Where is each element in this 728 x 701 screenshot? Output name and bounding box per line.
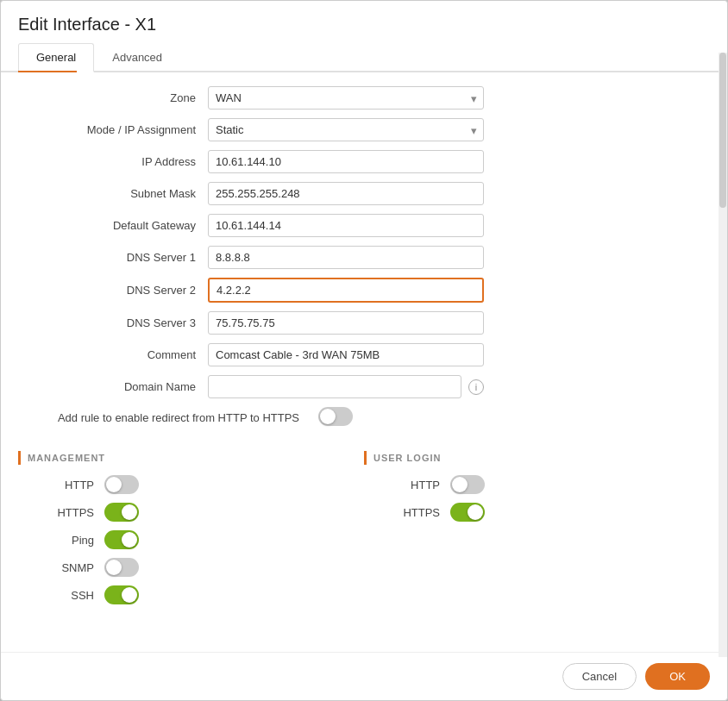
dns2-input[interactable] bbox=[208, 278, 484, 303]
management-toggles: HTTP HTTPS bbox=[18, 475, 364, 604]
http-redirect-toggle[interactable] bbox=[318, 407, 353, 426]
mgmt-http-label: HTTP bbox=[44, 479, 104, 491]
mgmt-ssh-label: SSH bbox=[44, 589, 104, 602]
dns2-label: DNS Server 2 bbox=[18, 284, 208, 297]
ul-https-label: HTTPS bbox=[390, 506, 450, 519]
dns3-label: DNS Server 3 bbox=[18, 316, 208, 329]
management-section-bar bbox=[18, 451, 21, 465]
cancel-button[interactable]: Cancel bbox=[562, 663, 637, 690]
comment-row: Comment bbox=[18, 343, 710, 366]
domain-name-label: Domain Name bbox=[18, 380, 208, 393]
mgmt-ping-toggle[interactable] bbox=[104, 530, 139, 549]
dns1-input[interactable] bbox=[208, 246, 484, 269]
dns3-row: DNS Server 3 bbox=[18, 311, 710, 335]
form-content: Zone WAN LAN DMZ ▾ Mode / IP Assignment bbox=[1, 72, 727, 652]
http-redirect-label: Add rule to enable redirect from HTTP to… bbox=[18, 411, 311, 424]
ul-https-toggle[interactable] bbox=[450, 503, 485, 522]
domain-name-field-wrapper: i bbox=[208, 375, 484, 398]
mgmt-https-toggle[interactable] bbox=[104, 503, 139, 522]
ok-button[interactable]: OK bbox=[645, 663, 710, 690]
zone-select-wrapper: WAN LAN DMZ ▾ bbox=[208, 86, 484, 110]
user-login-section-bar bbox=[364, 451, 367, 465]
edit-interface-dialog: Edit Interface - X1 General Advanced Zon… bbox=[0, 0, 728, 701]
gateway-row: Default Gateway bbox=[18, 214, 710, 237]
http-redirect-row: Add rule to enable redirect from HTTP to… bbox=[18, 407, 710, 429]
mgmt-http-slider bbox=[104, 475, 139, 494]
tab-advanced[interactable]: Advanced bbox=[94, 43, 180, 72]
mode-select-wrapper: Static DHCP PPPoE ▾ bbox=[208, 118, 484, 141]
subnet-mask-field-wrapper bbox=[208, 182, 484, 205]
mode-label: Mode / IP Assignment bbox=[18, 123, 208, 136]
mgmt-ping-label: Ping bbox=[44, 534, 104, 547]
user-login-section: USER LOGIN HTTP HTTPS bbox=[364, 437, 710, 613]
mgmt-https-slider bbox=[104, 503, 139, 522]
mgmt-snmp-slider bbox=[104, 558, 139, 577]
dns2-field-wrapper bbox=[208, 278, 484, 303]
subnet-mask-input[interactable] bbox=[208, 182, 484, 205]
tab-general[interactable]: General bbox=[18, 43, 94, 72]
ip-address-label: IP Address bbox=[18, 155, 208, 168]
zone-row: Zone WAN LAN DMZ ▾ bbox=[18, 86, 710, 110]
comment-label: Comment bbox=[18, 348, 208, 361]
user-login-toggles: HTTP HTTPS bbox=[364, 475, 710, 522]
tab-active-indicator bbox=[18, 71, 77, 72]
ul-http-row: HTTP bbox=[390, 475, 710, 494]
ip-address-field-wrapper bbox=[208, 150, 484, 173]
comment-input[interactable] bbox=[208, 343, 484, 366]
mgmt-ping-slider bbox=[104, 530, 139, 549]
http-redirect-toggle-wrapper bbox=[318, 407, 353, 429]
mgmt-snmp-toggle[interactable] bbox=[104, 558, 139, 577]
subnet-mask-row: Subnet Mask bbox=[18, 182, 710, 205]
ul-https-row: HTTPS bbox=[390, 503, 710, 522]
user-login-section-divider: USER LOGIN bbox=[364, 451, 710, 465]
mgmt-ssh-toggle[interactable] bbox=[104, 585, 139, 604]
scrollbar-thumb[interactable] bbox=[719, 53, 726, 208]
management-section-divider: MANAGEMENT bbox=[18, 451, 364, 465]
ip-address-input[interactable] bbox=[208, 150, 484, 173]
tab-bar: General Advanced bbox=[1, 43, 727, 72]
ul-http-toggle[interactable] bbox=[450, 475, 485, 494]
dns1-row: DNS Server 1 bbox=[18, 246, 710, 269]
domain-name-info-icon: i bbox=[468, 379, 484, 395]
gateway-field-wrapper bbox=[208, 214, 484, 237]
mgmt-ping-row: Ping bbox=[44, 530, 364, 549]
dns2-row: DNS Server 2 bbox=[18, 278, 710, 303]
dialog-title: Edit Interface - X1 bbox=[1, 1, 727, 43]
mgmt-snmp-label: SNMP bbox=[44, 561, 104, 574]
gateway-input[interactable] bbox=[208, 214, 484, 237]
mgmt-ssh-slider bbox=[104, 585, 139, 604]
zone-label: Zone bbox=[18, 91, 208, 104]
user-login-section-title: USER LOGIN bbox=[373, 453, 441, 463]
domain-name-row: Domain Name i bbox=[18, 375, 710, 398]
scrollbar-track bbox=[719, 53, 727, 657]
mode-select[interactable]: Static DHCP PPPoE bbox=[208, 118, 484, 141]
mgmt-snmp-row: SNMP bbox=[44, 558, 364, 577]
mgmt-https-label: HTTPS bbox=[44, 506, 104, 519]
dns1-field-wrapper bbox=[208, 246, 484, 269]
dns1-label: DNS Server 1 bbox=[18, 251, 208, 264]
management-section: MANAGEMENT HTTP HTTPS bbox=[18, 437, 364, 613]
domain-name-input[interactable] bbox=[208, 375, 461, 398]
management-section-title: MANAGEMENT bbox=[28, 453, 105, 463]
gateway-label: Default Gateway bbox=[18, 219, 208, 232]
ul-http-slider bbox=[450, 475, 485, 494]
http-redirect-slider bbox=[318, 407, 353, 426]
dns3-field-wrapper bbox=[208, 311, 484, 335]
mgmt-https-row: HTTPS bbox=[44, 503, 364, 522]
dns3-input[interactable] bbox=[208, 311, 484, 335]
comment-field-wrapper bbox=[208, 343, 484, 366]
management-sections: MANAGEMENT HTTP HTTPS bbox=[18, 437, 710, 613]
ul-https-slider bbox=[450, 503, 485, 522]
zone-select[interactable]: WAN LAN DMZ bbox=[208, 86, 484, 110]
ul-http-label: HTTP bbox=[390, 479, 450, 491]
ip-address-row: IP Address bbox=[18, 150, 710, 173]
mode-row: Mode / IP Assignment Static DHCP PPPoE ▾ bbox=[18, 118, 710, 141]
dialog-footer: Cancel OK bbox=[1, 652, 727, 700]
mgmt-http-toggle[interactable] bbox=[104, 475, 139, 494]
subnet-mask-label: Subnet Mask bbox=[18, 187, 208, 200]
mgmt-http-row: HTTP bbox=[44, 475, 364, 494]
mgmt-ssh-row: SSH bbox=[44, 585, 364, 604]
